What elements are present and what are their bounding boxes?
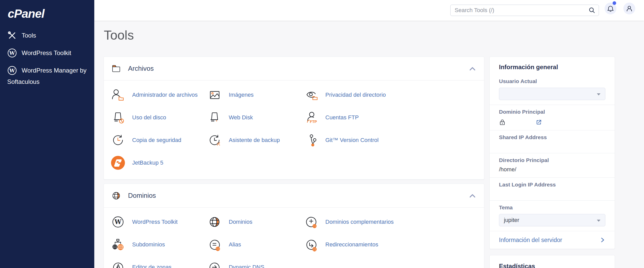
- ftp-accounts-icon: FTP: [304, 110, 319, 125]
- tool-label: Git™ Version Control: [325, 137, 379, 144]
- caret-down-icon: [597, 93, 600, 95]
- disk-usage-icon: [111, 110, 125, 125]
- tools-icon: [7, 31, 17, 40]
- tool-link-wordpress-toolkit[interactable]: WWordPress Toolkit: [111, 215, 207, 229]
- zone-editor-icon: [111, 260, 125, 268]
- section-archivos: Archivos Administrador de archivosImágen…: [104, 57, 484, 180]
- tool-sections-column: Archivos Administrador de archivosImágen…: [104, 57, 484, 268]
- tool-link-editor-de-zonas[interactable]: Editor de zonas: [111, 260, 207, 268]
- tool-link-dominios-complementarios[interactable]: Dominios complementarios: [304, 215, 400, 229]
- current-user-row: Usuario Actual: [490, 74, 615, 105]
- tool-link-dynamic-dns[interactable]: Dynamic DNS: [207, 260, 304, 268]
- last-login-ip-value: [499, 188, 605, 196]
- cpanel-app: cPanel ToolsWWordPress ToolkitWWordPress…: [0, 0, 644, 268]
- tool-label: Web Disk: [229, 114, 253, 121]
- folder-icon: [111, 63, 122, 74]
- user-menu-button[interactable]: [623, 3, 635, 14]
- tool-label: Asistente de backup: [229, 137, 280, 144]
- tool-label: Uso del disco: [132, 114, 166, 121]
- search-wrap: [450, 5, 599, 16]
- shared-ip-row: Shared IP Address: [490, 130, 615, 153]
- sidebar-item-label: Tools: [22, 32, 36, 39]
- tool-label: Dominios: [229, 219, 252, 225]
- search-input[interactable]: [450, 5, 599, 16]
- collapse-section-button[interactable]: [468, 65, 477, 73]
- statistics-card: Estadísticas: [489, 255, 615, 268]
- general-info-title: Información general: [490, 57, 615, 74]
- home-directory-label: Directorio Principal: [499, 157, 605, 164]
- git-icon: [304, 133, 319, 148]
- tool-link-redireccionamientos[interactable]: Redireccionamientos: [304, 237, 400, 252]
- shared-ip-label: Shared IP Address: [499, 134, 605, 141]
- svg-text:W: W: [9, 50, 15, 56]
- tool-link-uso-del-disco[interactable]: Uso del disco: [111, 110, 207, 125]
- tool-label: Administrador de archivos: [132, 92, 198, 98]
- tool-link-dominios[interactable]: Dominios: [207, 215, 304, 229]
- tool-label: Editor de zonas: [132, 264, 172, 268]
- tool-link-administrador-de-archivos[interactable]: Administrador de archivos: [111, 87, 207, 102]
- collapse-section-button[interactable]: [468, 192, 477, 200]
- search-icon[interactable]: [589, 7, 595, 14]
- sidebar-item-wordpress-toolkit[interactable]: WWordPress Toolkit: [7, 47, 87, 59]
- sidebar-item-tools[interactable]: Tools: [7, 30, 87, 41]
- svg-text:W: W: [9, 68, 15, 73]
- tool-label: Redireccionamientos: [325, 241, 378, 248]
- tool-link-git-version-control[interactable]: Git™ Version Control: [304, 133, 400, 148]
- primary-domain-row: Dominio Principal: [490, 105, 615, 130]
- sidebar-nav: ToolsWWordPress ToolkitWWordPress Manage…: [0, 30, 94, 87]
- tool-link-alias[interactable]: Alias: [207, 237, 304, 252]
- tool-label: Dominios complementarios: [325, 219, 394, 225]
- tool-link-privacidad-del-directorio[interactable]: Privacidad del directorio: [304, 87, 400, 102]
- wordpress-icon: W: [7, 66, 17, 75]
- tool-label: Dynamic DNS: [229, 264, 264, 268]
- external-link-icon[interactable]: [536, 119, 542, 126]
- tool-label: Subdominios: [132, 241, 165, 248]
- lock-icon: [499, 119, 506, 126]
- notification-badge-dot: [613, 1, 616, 5]
- sidebar: cPanel ToolsWWordPress ToolkitWWordPress…: [0, 0, 94, 268]
- general-info-card: Información general Usuario Actual Domin…: [489, 57, 615, 249]
- caret-down-icon: [597, 220, 600, 222]
- home-directory-row: Directorio Principal /home/: [490, 153, 615, 177]
- section-dominios: Dominios WWordPress ToolkitDominiosDomin…: [104, 184, 484, 268]
- tool-grid: WWordPress ToolkitDominiosDominios compl…: [104, 208, 484, 268]
- theme-row: Tema jupiter: [490, 200, 615, 231]
- backup-wizard-icon: [207, 133, 222, 148]
- theme-select[interactable]: jupiter: [499, 214, 605, 226]
- jetbackup-icon: [111, 155, 125, 170]
- dynamic-dns-icon: [207, 260, 222, 268]
- tool-link-subdominios[interactable]: Subdominios: [111, 237, 207, 252]
- home-directory-value: /home/: [499, 166, 605, 173]
- section-title: Archivos: [128, 65, 154, 73]
- tool-link-asistente-de-backup[interactable]: Asistente de backup: [207, 133, 304, 148]
- addon-domain-icon: [304, 215, 319, 229]
- current-user-label: Usuario Actual: [499, 78, 605, 85]
- svg-text:W: W: [114, 218, 122, 226]
- last-login-ip-label: Last Login IP Address: [499, 181, 605, 188]
- wordpress-icon: W: [7, 48, 17, 58]
- current-user-select[interactable]: [499, 88, 605, 100]
- subdomains-icon: [111, 237, 125, 252]
- alias-icon: [207, 237, 222, 252]
- chevron-up-icon: [469, 195, 476, 199]
- tool-link-im-genes[interactable]: Imágenes: [207, 87, 304, 102]
- directory-privacy-icon: [304, 87, 319, 102]
- tool-label: Imágenes: [229, 92, 254, 98]
- web-disk-icon: [207, 110, 222, 125]
- sidebar-item-label: WordPress Toolkit: [22, 49, 71, 56]
- tool-link-jetbackup-5[interactable]: JetBackup 5: [111, 155, 207, 170]
- tool-link-cuentas-ftp[interactable]: FTPCuentas FTP: [304, 110, 400, 125]
- cpanel-logo[interactable]: cPanel: [0, 0, 94, 21]
- tool-label: JetBackup 5: [132, 159, 163, 166]
- shared-ip-value: [499, 141, 605, 148]
- section-dominios-header: Dominios: [104, 184, 484, 208]
- section-title: Dominios: [128, 192, 156, 200]
- globe-icon: [111, 190, 122, 201]
- server-info-link[interactable]: Información del servidor: [499, 236, 562, 244]
- tool-label: Alias: [229, 241, 241, 248]
- server-info-row[interactable]: Información del servidor: [490, 231, 615, 249]
- tool-grid: Administrador de archivosImágenesPrivaci…: [104, 81, 484, 179]
- tool-link-web-disk[interactable]: Web Disk: [207, 110, 304, 125]
- tool-link-copia-de-seguridad[interactable]: Copia de seguridad: [111, 133, 207, 148]
- sidebar-item-wordpress-manager-by-softaculous[interactable]: WWordPress Manager by Softaculous: [7, 65, 87, 87]
